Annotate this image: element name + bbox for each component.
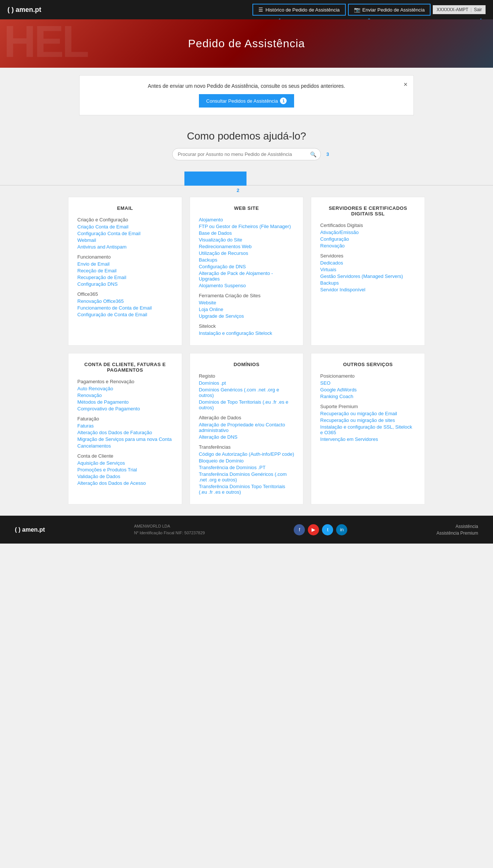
link-recuperacao-sites[interactable]: Recuperação ou migração de sites xyxy=(320,417,416,423)
link-validacao-dados[interactable]: Validação de Dados xyxy=(77,474,173,479)
link-promocoes[interactable]: Promoções e Produtos Trial xyxy=(77,467,173,473)
tab-2[interactable] xyxy=(246,172,309,186)
history-button[interactable]: ☰ Histórico de Pedido de Assistência xyxy=(252,4,345,16)
category-website: WEB SITE Alojamento FTP ou Gestor de Fic… xyxy=(190,197,304,346)
link-dominios-topo[interactable]: Domínios de Topo Territoriais (.eu .fr .… xyxy=(199,399,294,410)
link-configuracao-dns-email[interactable]: Configuração DNS xyxy=(77,281,173,287)
link-instalacao-ssl[interactable]: Instalação e configuração de SSL, Sitelo… xyxy=(320,424,416,435)
link-gestao-servidores[interactable]: Gestão Servidores (Managed Servers) xyxy=(320,273,416,279)
category-email-title: EMAIL xyxy=(77,205,173,211)
link-renovacao-office365[interactable]: Renovação Office365 xyxy=(77,298,173,304)
link-alteracao-dados-faturacao[interactable]: Alteração dos Dados de Faturação xyxy=(77,430,173,435)
link-recuperacao-email[interactable]: Recuperação ou migração de Email xyxy=(320,411,416,416)
link-intervencao-servidores[interactable]: Intervenção em Servidores xyxy=(320,436,416,442)
link-servidor-indisponivel[interactable]: Servidor Indisponível xyxy=(320,287,416,292)
category-conta-title: CONTA DE CLIENTE, FATURAS E PAGAMENTOS xyxy=(77,362,173,373)
link-rececao-email[interactable]: Receção de Email xyxy=(77,268,173,273)
link-dominios-pt[interactable]: Domínios .pt xyxy=(199,380,294,386)
link-transferencia-topo[interactable]: Transferência Domínios Topo Territoriais… xyxy=(199,484,294,495)
link-redirecionamentos[interactable]: Redirecionamentos Web xyxy=(199,244,294,249)
twitter-icon[interactable]: t xyxy=(322,524,333,535)
servidores-group-cert: Certificados Digitais xyxy=(320,222,416,228)
tab-active[interactable] xyxy=(184,172,246,186)
link-backups-web[interactable]: Backups xyxy=(199,257,294,263)
link-alteracao-pack[interactable]: Alteração de Pack de Alojamento - Upgrad… xyxy=(199,270,294,282)
link-alteracao-dns-dom[interactable]: Alteração de DNS xyxy=(199,434,294,440)
category-outros: OUTROS SERVIÇOS Posicionamento SEO Googl… xyxy=(311,353,425,505)
link-utilizacao-recursos[interactable]: Utilização de Recursos xyxy=(199,250,294,256)
link-website[interactable]: Website xyxy=(199,300,294,305)
footer-right: Assistência Assistência Premium xyxy=(436,524,478,536)
link-bloqueio-dominio[interactable]: Bloqueio de Domínio xyxy=(199,458,294,464)
category-dominios-title: DOMÍNIOS xyxy=(199,362,294,367)
category-servidores: SERVIDORES E CERTIFICADOS DIGITAIS SSL C… xyxy=(311,197,425,346)
consult-requests-button[interactable]: Consultar Pedidos de Assistência 1 xyxy=(199,94,294,108)
link-backups-serv[interactable]: Backups xyxy=(320,280,416,286)
link-transferencia-genericos[interactable]: Transferência Domínios Genéricos (.com .… xyxy=(199,471,294,483)
link-renovacao-cert[interactable]: Renovação xyxy=(320,243,416,249)
youtube-icon[interactable]: ▶ xyxy=(308,524,319,535)
search-wrapper: 🔍 3 xyxy=(172,148,321,160)
link-loja-online[interactable]: Loja Online xyxy=(199,307,294,312)
categories-row-1: EMAIL Criação e Configuração Criação Con… xyxy=(68,197,425,346)
link-config-dns-web[interactable]: Configuração de DNS xyxy=(199,264,294,269)
link-criacao-conta-email[interactable]: Criação Conta de Email xyxy=(77,224,173,230)
notice-text: Antes de enviar um novo Pedido de Assist… xyxy=(148,83,345,89)
link-faturas[interactable]: Faturas xyxy=(77,423,173,429)
email-group-func: Funcionamento xyxy=(77,254,173,260)
link-alteracao-propriedade[interactable]: Alteração de Propriedade e/ou Contacto a… xyxy=(199,422,294,433)
link-cancelamentos[interactable]: Cancelamentos xyxy=(77,443,173,449)
link-webmail[interactable]: Webmail xyxy=(77,237,173,243)
help-title: Como podemos ajudá-lo? xyxy=(0,130,493,142)
link-funcionamento-office365[interactable]: Funcionamento de Conta de Email xyxy=(77,305,173,311)
link-upgrade-servicos[interactable]: Upgrade de Serviços xyxy=(199,313,294,319)
link-base-dados[interactable]: Base de Dados xyxy=(199,230,294,236)
help-section: Como podemos ajudá-lo? 🔍 3 xyxy=(0,123,493,167)
link-seo[interactable]: SEO xyxy=(320,380,416,386)
link-visualizacao[interactable]: Visualização do Site xyxy=(199,237,294,243)
user-badge[interactable]: XXXXXX-AMPT | Sair xyxy=(433,5,486,14)
link-alojamento[interactable]: Alojamento xyxy=(199,217,294,222)
link-aquisicao-servicos[interactable]: Aquisição de Serviços xyxy=(77,460,173,466)
website-group-ferramentas: Ferramenta Criação de Sites xyxy=(199,293,294,298)
link-alojamento-suspenso[interactable]: Alojamento Suspenso xyxy=(199,283,294,288)
link-envio-email[interactable]: Envio de Email xyxy=(77,261,173,267)
website-group-sitelock: Sitelock xyxy=(199,323,294,329)
link-google-adwords[interactable]: Google AdWords xyxy=(320,387,416,393)
link-dedicados[interactable]: Dedicados xyxy=(320,260,416,266)
link-auto-renovacao[interactable]: Auto Renovação xyxy=(77,386,173,391)
facebook-icon[interactable]: f xyxy=(294,524,305,535)
hero-banner: HEL Pedido de Assistência xyxy=(0,19,493,68)
hero-title: Pedido de Assistência xyxy=(188,37,305,50)
link-dominios-genericos[interactable]: Domínios Genéricos (.com .net .org e out… xyxy=(199,387,294,398)
link-configuracao-conta-email[interactable]: Configuração Conta de Email xyxy=(77,231,173,236)
linkedin-icon[interactable]: in xyxy=(336,524,347,535)
link-alteracao-dados-acesso[interactable]: Alteração dos Dados de Acesso xyxy=(77,480,173,486)
link-virtuais[interactable]: Virtuais xyxy=(320,267,416,272)
link-comprovativo[interactable]: Comprovativo de Pagamento xyxy=(77,406,173,411)
link-configuracao-cert[interactable]: Configuração xyxy=(320,236,416,242)
outros-group-posicionamento: Posicionamento xyxy=(320,373,416,379)
category-conta: CONTA DE CLIENTE, FATURAS E PAGAMENTOS P… xyxy=(68,353,182,505)
link-codigo-autorizacao[interactable]: Código de Autorização (Auth-info/EPP cod… xyxy=(199,451,294,457)
link-recuperacao-email[interactable]: Recuperação de Email xyxy=(77,275,173,280)
tab-num: 2 xyxy=(236,188,239,193)
category-email: EMAIL Criação e Configuração Criação Con… xyxy=(68,197,182,346)
link-metodos-pagamento[interactable]: Métodos de Pagamento xyxy=(77,399,173,405)
link-transferencia-pt[interactable]: Transferência de Domínios .PT xyxy=(199,465,294,470)
link-renovacao-conta[interactable]: Renovação xyxy=(77,393,173,398)
link-antivirus[interactable]: Antivirus and Antispam xyxy=(77,244,173,250)
tabs-bar xyxy=(0,172,493,186)
link-ranking-coach[interactable]: Ranking Coach xyxy=(320,394,416,399)
notice-close-button[interactable]: × xyxy=(403,81,407,89)
category-dominios: DOMÍNIOS Registo Domínios .pt Domínios G… xyxy=(190,353,304,505)
search-input[interactable] xyxy=(172,148,321,160)
header-nav: ☰ Histórico de Pedido de Assistência 📷 E… xyxy=(252,4,486,16)
link-ativacao-emissao[interactable]: Ativação/Emissão xyxy=(320,230,416,235)
link-ftp[interactable]: FTP ou Gestor de Ficheiros (File Manager… xyxy=(199,224,294,229)
link-configuracao-office365[interactable]: Configuração de Conta de Email xyxy=(77,312,173,317)
link-instalacao-sitelock[interactable]: Instalação e configuração Sitelock xyxy=(199,330,294,336)
link-migracao-servicos[interactable]: Migração de Serviços para uma nova Conta xyxy=(77,436,173,442)
dominios-group-transferencias: Transferências xyxy=(199,444,294,450)
send-request-button[interactable]: 📷 Enviar Pedido de Assistência xyxy=(348,4,431,16)
